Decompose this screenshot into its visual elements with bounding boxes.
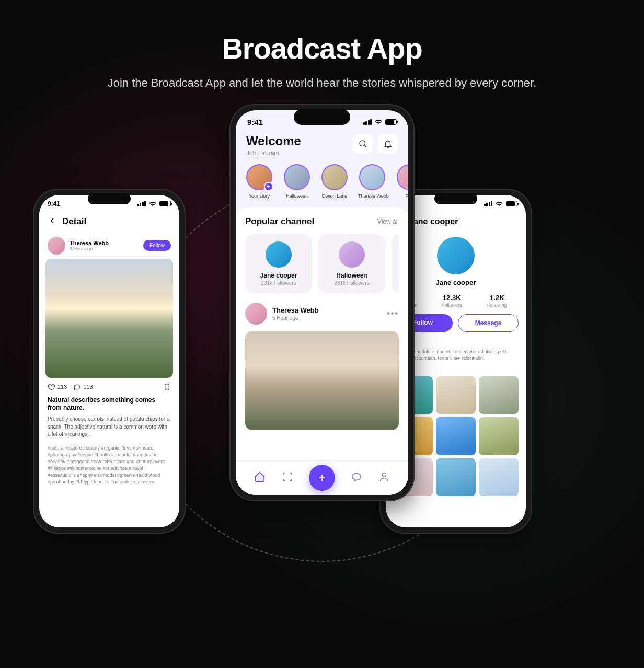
wifi-icon: [374, 119, 383, 125]
signal-icon: [363, 119, 372, 125]
phone-detail: 9:41 Detail Theresa Webb 5 Hour ago Foll…: [33, 189, 186, 534]
story-label: Halloween: [283, 193, 311, 199]
channel-followers: 231k Followers: [324, 280, 380, 286]
nav-create[interactable]: +: [309, 465, 335, 491]
nav-home[interactable]: [254, 471, 266, 485]
profile-avatar[interactable]: [437, 237, 475, 274]
post-thumb[interactable]: [479, 458, 519, 496]
add-story-icon[interactable]: +: [264, 182, 273, 191]
svg-point-0: [360, 141, 365, 146]
view-all-link[interactable]: View all: [377, 218, 399, 225]
post-header: Theresa Webb 5 Hour ago •••: [245, 303, 399, 325]
channels-row: Jane cooper231k Followers Halloween231k …: [245, 234, 399, 293]
svg-point-1: [382, 473, 386, 477]
avatar[interactable]: [245, 303, 267, 325]
status-time: 9:41: [48, 200, 60, 208]
story-item[interactable]: Halloween: [283, 164, 311, 199]
hero-title: Broadcast App: [0, 0, 644, 65]
notifications-button[interactable]: [378, 134, 398, 154]
post-thumb[interactable]: [436, 376, 476, 414]
welcome-user: John abram: [246, 149, 301, 157]
back-icon[interactable]: [48, 216, 57, 227]
nav-scan[interactable]: [282, 471, 293, 485]
story-label: Devon Lane: [320, 193, 349, 199]
follow-button[interactable]: Follow: [143, 240, 171, 251]
more-icon[interactable]: •••: [387, 309, 399, 318]
post-image[interactable]: [45, 259, 173, 378]
stories-row: +Your story Halloween Devon Lane Theresa…: [236, 164, 408, 207]
hero-subtitle: Join the Broadcast App and let the world…: [0, 75, 644, 91]
signal-icon: [484, 201, 493, 206]
bottom-nav: +: [236, 460, 408, 495]
channel-name: Co: [397, 272, 399, 279]
post-thumb[interactable]: [436, 458, 476, 496]
story-item[interactable]: Theresa Webb: [358, 164, 386, 199]
post-image[interactable]: [245, 331, 399, 430]
battery-icon: [159, 201, 171, 206]
nav-profile[interactable]: [378, 471, 390, 485]
section-title: Popular channel: [245, 216, 314, 227]
bookmark-button[interactable]: [163, 383, 171, 391]
message-button[interactable]: Message: [458, 314, 519, 332]
channel-name: Jane cooper: [250, 272, 307, 279]
channel-card[interactable]: Co231: [392, 234, 399, 293]
nav-chat[interactable]: [351, 471, 362, 485]
avatar[interactable]: [48, 237, 65, 255]
channel-name: Halloween: [324, 272, 380, 279]
post-caption: Natural describes something comes from n…: [39, 396, 179, 412]
story-label: Your story: [245, 193, 273, 199]
battery-icon: [385, 119, 397, 125]
story-label: Floy: [396, 193, 408, 199]
comment-button[interactable]: 113: [73, 383, 93, 391]
stat-following[interactable]: 1.2KFollowing: [487, 294, 507, 308]
wifi-icon: [148, 201, 157, 207]
page-title: Detail: [62, 216, 86, 227]
status-time: 9:41: [247, 118, 263, 126]
stat-number: 1.2K: [487, 294, 507, 302]
comment-count: 113: [83, 384, 93, 390]
post-author: Theresa Webb: [70, 240, 109, 246]
channel-card[interactable]: Halloween231k Followers: [318, 234, 385, 293]
signal-icon: [137, 201, 146, 206]
post-tags[interactable]: #natural #nature #beauty #organic #love …: [39, 442, 179, 489]
post-author: Theresa Webb: [272, 306, 319, 314]
notch: [88, 193, 131, 204]
story-item[interactable]: Devon Lane: [320, 164, 349, 199]
channel-followers: 231k Followers: [250, 280, 307, 286]
channel-card[interactable]: Jane cooper231k Followers: [245, 234, 312, 293]
page-title: Jane cooper: [409, 217, 458, 226]
wifi-icon: [495, 201, 503, 207]
story-label: Theresa Webb: [358, 193, 386, 199]
stat-followers[interactable]: 12.3KFollowers: [442, 294, 462, 308]
channel-followers: 231: [397, 280, 399, 286]
phone-home: 9:41 Welcome John abram +Your story Hall…: [229, 104, 415, 501]
post-thumb[interactable]: [479, 376, 519, 414]
post-thumb[interactable]: [479, 417, 519, 455]
like-count: 213: [58, 384, 67, 390]
post-body: Probably choose carrots instead of potat…: [39, 412, 179, 442]
notch: [434, 193, 477, 204]
stat-label: Followers: [442, 303, 462, 308]
story-item[interactable]: Floy: [396, 164, 408, 199]
welcome-title: Welcome: [246, 134, 301, 148]
stat-number: 12.3K: [442, 294, 462, 302]
stat-label: Following: [487, 303, 507, 308]
post-time: 5 Hour ago: [70, 246, 109, 251]
search-button[interactable]: [353, 134, 373, 154]
post-thumb[interactable]: [436, 417, 476, 455]
story-item[interactable]: +Your story: [245, 164, 273, 199]
like-button[interactable]: 213: [48, 383, 67, 391]
post-time: 5 Hour ago: [272, 315, 319, 321]
battery-icon: [506, 201, 518, 206]
notch: [294, 109, 350, 125]
